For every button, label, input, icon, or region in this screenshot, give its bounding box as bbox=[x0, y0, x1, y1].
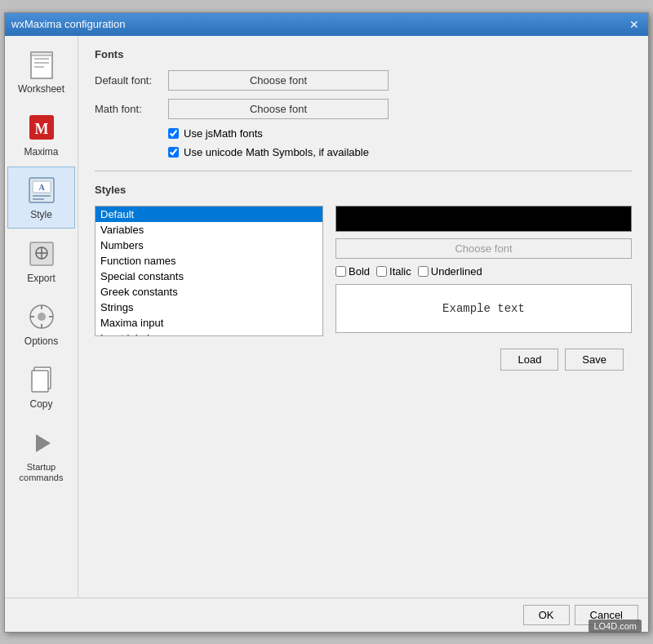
jsmath-checkbox[interactable] bbox=[168, 128, 179, 139]
math-font-button[interactable]: Choose font bbox=[168, 99, 389, 119]
sidebar-item-style[interactable]: A Style bbox=[7, 167, 75, 228]
sidebar-item-options[interactable]: Options bbox=[7, 293, 75, 354]
sidebar-export-label: Export bbox=[27, 273, 56, 284]
save-button[interactable]: Save bbox=[565, 349, 624, 371]
worksheet-icon bbox=[25, 48, 58, 81]
styles-right-panel: Choose font Bold Italic bbox=[335, 206, 632, 336]
list-item[interactable]: Numbers bbox=[96, 238, 322, 253]
title-bar: wxMaxima configuration ✕ bbox=[5, 13, 648, 36]
jsmath-label[interactable]: Use jsMath fonts bbox=[184, 127, 263, 140]
bottom-buttons: Load Save bbox=[95, 349, 632, 371]
math-font-label: Math font: bbox=[95, 103, 168, 115]
startup-icon bbox=[25, 427, 58, 460]
section-separator bbox=[95, 171, 632, 171]
styles-layout: Default Variables Numbers Function names… bbox=[95, 206, 632, 336]
sidebar-startup-label: Startupcommands bbox=[20, 462, 64, 483]
svg-marker-4 bbox=[31, 52, 52, 56]
options-icon bbox=[25, 300, 58, 333]
ok-button[interactable]: OK bbox=[523, 605, 570, 625]
styles-list[interactable]: Default Variables Numbers Function names… bbox=[95, 206, 323, 336]
sidebar-item-copy[interactable]: Copy bbox=[7, 356, 75, 417]
styles-list-container: Default Variables Numbers Function names… bbox=[95, 206, 323, 336]
list-item[interactable]: Default bbox=[96, 207, 322, 222]
content-area: Fonts Default font: Choose font Math fon… bbox=[78, 36, 648, 597]
font-options: Bold Italic Underlined bbox=[335, 265, 632, 278]
window-title: wxMaxima configuration bbox=[11, 18, 125, 30]
sidebar-item-maxima[interactable]: M Maxima bbox=[7, 104, 75, 165]
svg-rect-23 bbox=[32, 371, 48, 392]
unicode-row: Use unicode Math Symbols, if available bbox=[168, 146, 632, 158]
svg-text:M: M bbox=[34, 121, 48, 137]
unicode-checkbox[interactable] bbox=[168, 147, 179, 158]
svg-point-17 bbox=[38, 313, 46, 321]
dialog-bottom: OK Cancel bbox=[5, 597, 648, 632]
svg-text:A: A bbox=[38, 183, 45, 192]
export-icon bbox=[25, 238, 58, 270]
sidebar-maxima-label: Maxima bbox=[24, 146, 58, 158]
italic-label[interactable]: Italic bbox=[376, 265, 411, 278]
sidebar-options-label: Options bbox=[24, 335, 58, 347]
styles-section-title: Styles bbox=[95, 184, 632, 196]
default-font-button[interactable]: Choose font bbox=[168, 70, 389, 91]
sidebar-style-label: Style bbox=[30, 209, 52, 220]
list-item[interactable]: Greek constants bbox=[96, 284, 322, 300]
color-preview[interactable] bbox=[335, 206, 632, 232]
list-item[interactable]: Function names bbox=[96, 253, 322, 269]
bold-text: Bold bbox=[349, 265, 370, 278]
default-font-row: Default font: Choose font bbox=[95, 70, 632, 91]
jsmath-row: Use jsMath fonts bbox=[168, 127, 632, 140]
watermark: LO4D.com bbox=[589, 620, 642, 633]
maxima-icon: M bbox=[25, 111, 58, 144]
bold-checkbox[interactable] bbox=[335, 266, 346, 277]
list-item[interactable]: Special constants bbox=[96, 269, 322, 284]
config-window: wxMaxima configuration ✕ Worksheet bbox=[4, 12, 649, 633]
example-text-box: Example text bbox=[335, 284, 632, 333]
underlined-label[interactable]: Underlined bbox=[418, 265, 482, 278]
list-item[interactable]: Input labels bbox=[96, 331, 322, 336]
default-font-label: Default font: bbox=[95, 74, 168, 87]
svg-rect-0 bbox=[31, 52, 52, 78]
underlined-checkbox[interactable] bbox=[418, 266, 429, 277]
bold-label[interactable]: Bold bbox=[335, 265, 370, 278]
styles-section: Styles Default Variables Numbers Functio… bbox=[95, 184, 632, 371]
sidebar-item-startup[interactable]: Startupcommands bbox=[7, 420, 75, 491]
load-button[interactable]: Load bbox=[500, 349, 558, 371]
list-item[interactable]: Variables bbox=[96, 222, 322, 238]
svg-marker-24 bbox=[36, 434, 51, 452]
list-item[interactable]: Strings bbox=[96, 300, 322, 315]
math-font-row: Math font: Choose font bbox=[95, 99, 632, 119]
style-choose-font-button[interactable]: Choose font bbox=[335, 238, 632, 259]
italic-text: Italic bbox=[389, 265, 411, 278]
list-item[interactable]: Maxima input bbox=[96, 315, 322, 331]
copy-icon bbox=[25, 363, 58, 396]
sidebar: Worksheet M Maxima A bbox=[5, 36, 78, 597]
sidebar-worksheet-label: Worksheet bbox=[18, 83, 64, 95]
fonts-section-title: Fonts bbox=[95, 48, 632, 60]
close-button[interactable]: ✕ bbox=[627, 17, 642, 32]
sidebar-copy-label: Copy bbox=[29, 398, 52, 410]
unicode-label[interactable]: Use unicode Math Symbols, if available bbox=[184, 146, 369, 158]
underlined-text: Underlined bbox=[431, 265, 482, 278]
window-body: Worksheet M Maxima A bbox=[5, 36, 648, 597]
sidebar-item-export[interactable]: Export bbox=[7, 230, 75, 291]
example-text: Example text bbox=[442, 302, 525, 315]
sidebar-item-worksheet[interactable]: Worksheet bbox=[7, 41, 75, 102]
style-icon: A bbox=[25, 174, 58, 207]
italic-checkbox[interactable] bbox=[376, 266, 387, 277]
